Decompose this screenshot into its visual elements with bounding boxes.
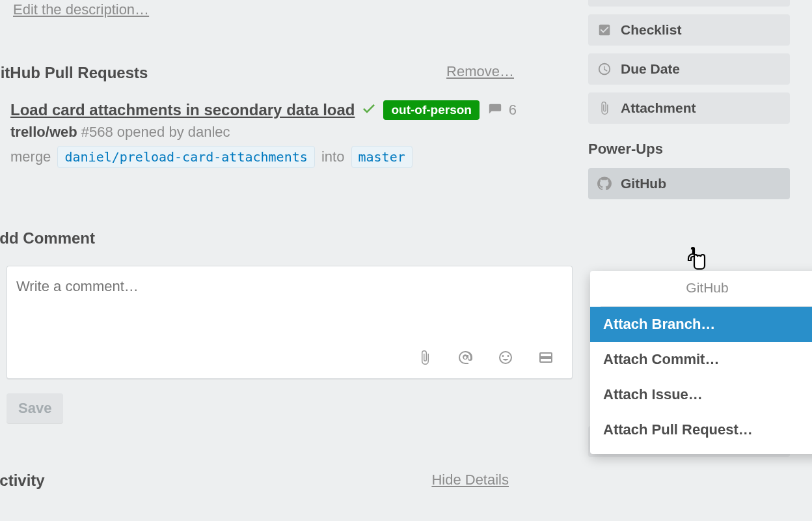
save-comment-button[interactable]: Save xyxy=(7,393,63,423)
card-icon[interactable] xyxy=(538,350,554,368)
github-popover: GitHub Attach Branch… Attach Commit… Att… xyxy=(590,271,812,454)
github-icon xyxy=(597,176,612,191)
pr-comment-count: 6 xyxy=(509,102,517,119)
branch-from[interactable]: daniel/preload-card-attachments xyxy=(57,146,314,168)
paperclip-icon xyxy=(597,101,612,115)
merge-mid: into xyxy=(321,148,344,165)
comment-box xyxy=(7,266,573,379)
edit-description-link[interactable]: Edit the description… xyxy=(13,1,149,18)
due-date-button[interactable]: Due Date xyxy=(588,53,790,85)
github-label: out-of-person xyxy=(383,100,479,120)
github-button[interactable]: GitHub xyxy=(588,168,790,199)
clock-icon xyxy=(597,62,612,76)
comment-toolbar xyxy=(7,350,572,378)
labels-button[interactable]: Labels xyxy=(588,0,790,7)
pr-title-row: Load card attachments in secondary data … xyxy=(10,100,566,120)
comment-input[interactable] xyxy=(7,266,572,347)
add-comment-heading: Add Comment xyxy=(0,229,566,247)
comment-icon xyxy=(487,103,504,117)
due-date-label: Due Date xyxy=(621,61,680,77)
merge-prefix: merge xyxy=(10,148,51,165)
branch-to[interactable]: master xyxy=(351,146,413,168)
pr-repo: trello/web xyxy=(10,124,77,140)
pr-section-heading-text: GitHub Pull Requests xyxy=(0,64,148,81)
powerups-heading: Power-Ups xyxy=(588,141,790,158)
popover-title: GitHub xyxy=(601,271,812,307)
popover-body: Attach Branch… Attach Commit… Attach Iss… xyxy=(590,307,812,454)
pr-subline: trello/web #568 opened by danlec xyxy=(10,124,566,141)
pr-comments[interactable]: 6 xyxy=(487,102,517,119)
popover-item-attach-pr[interactable]: Attach Pull Request… xyxy=(590,412,812,447)
remove-link[interactable]: Remove… xyxy=(446,63,514,80)
hide-details-link[interactable]: Hide Details xyxy=(431,472,509,488)
github-label: GitHub xyxy=(621,176,666,191)
attachment-icon[interactable] xyxy=(417,350,433,368)
pr-info: #568 opened by danlec xyxy=(81,124,230,140)
mention-icon[interactable] xyxy=(457,350,473,368)
popover-item-attach-issue[interactable]: Attach Issue… xyxy=(590,377,812,412)
pr-item: Load card attachments in secondary data … xyxy=(10,100,566,168)
cursor-icon xyxy=(684,245,710,276)
check-icon xyxy=(361,100,377,120)
checklist-button[interactable]: Checklist xyxy=(588,14,790,46)
pr-title-link[interactable]: Load card attachments in secondary data … xyxy=(10,101,355,119)
pr-merge-line: merge daniel/preload-card-attachments in… xyxy=(10,146,566,168)
attachment-label: Attachment xyxy=(621,100,696,116)
checklist-icon xyxy=(597,23,612,37)
emoji-icon[interactable] xyxy=(498,350,513,368)
checklist-label: Checklist xyxy=(621,22,681,38)
popover-item-attach-branch[interactable]: Attach Branch… xyxy=(590,307,812,342)
popover-item-attach-commit[interactable]: Attach Commit… xyxy=(590,342,812,377)
attachment-button[interactable]: Attachment xyxy=(588,92,790,124)
